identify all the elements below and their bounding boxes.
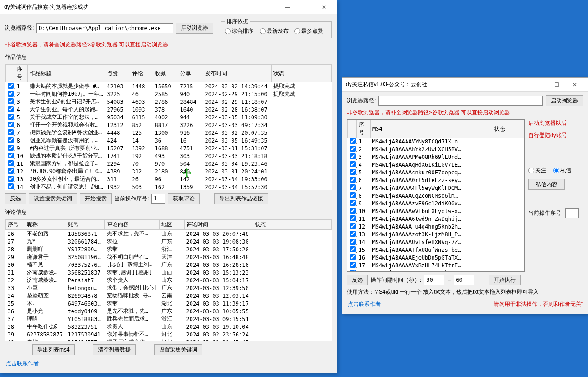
titlebar[interactable]: dy关键词作品搜索-浏览器连接成功 — ☐ ✕ <box>0 0 337 14</box>
row-checkbox[interactable] <box>350 208 356 214</box>
row-checkbox[interactable] <box>8 83 14 89</box>
row-checkbox[interactable] <box>350 161 356 167</box>
row-checkbox[interactable] <box>350 215 356 221</box>
start-search-button[interactable]: 开始搜索 <box>80 193 112 204</box>
row-checkbox[interactable] <box>350 254 356 260</box>
maximize-button[interactable]: ☐ <box>547 78 566 91</box>
minimize-button[interactable]: — <box>279 1 297 14</box>
browser-path-input[interactable] <box>36 23 173 33</box>
row-checkbox[interactable] <box>350 239 356 245</box>
sort-newest[interactable]: 最新发布 <box>260 28 289 34</box>
col-cstatus[interactable]: 状态 <box>253 220 332 230</box>
table-row[interactable]: 30楠不见70337527691[比心] 帮博主纠…广东2024-03-03 1… <box>6 261 332 269</box>
table-row[interactable]: 16MS4wLjABAAAAEjeUbDn5pGTaTX… <box>348 254 524 262</box>
table-row[interactable]: 7MS4wLjABAAAA4Fl5eyWqKlFDQM… <box>348 184 524 192</box>
ms4-table-wrapper[interactable]: 序号 MS4 状态 1MS4wLjABAAAAVYNy8ICQd71X-n…2M… <box>347 119 525 272</box>
col-rstatus[interactable]: 状态 <box>492 120 524 138</box>
export-links-button[interactable]: 导出列表作品链接 <box>214 193 268 204</box>
table-row[interactable]: 11紧跟国家方针，都是捡金子的…2294709705042024-03-04 1… <box>6 160 332 168</box>
table-row[interactable]: 7想赚钱先学会复制#餐饮创业…444812513009162024-03-02 … <box>6 129 332 137</box>
table-row[interactable]: 2一年时间如何挣100万。一年…32254625859402024-02-29 … <box>6 90 332 98</box>
launch-browser-button-r[interactable]: 启动浏览器 <box>546 95 583 106</box>
maximize-button[interactable]: ☐ <box>297 1 315 14</box>
table-row[interactable]: 34垫垫萌宠826934878宠物猫咪批发 寻…云南2024-03-03 12:… <box>6 292 332 300</box>
table-row[interactable]: 40赤屿385424777帽子厂家求合作河北2024-03-02 21:45:4… <box>6 338 332 341</box>
export-ms4-button[interactable]: 导出列表ms4 <box>32 344 75 355</box>
col-share[interactable]: 分享 <box>178 65 203 82</box>
table-row[interactable]: 29谦谦君子32508119675我不明白那些在…天津2024-03-03 16… <box>6 253 332 261</box>
table-row[interactable]: 11MS4wLjABAAAA6twd9n_ZwDqhij… <box>348 215 524 223</box>
col-pubtime[interactable]: 发布时间 <box>203 65 272 82</box>
table-row[interactable]: 28删删吖YS172809…求带浙江2024-03-03 17:50:20 <box>6 245 332 253</box>
table-row[interactable]: 37理喵Y1051888327胜兵先胜而后求…浙江2024-03-03 09:1… <box>6 315 332 323</box>
col-comment[interactable]: 评论 <box>130 65 153 82</box>
row-checkbox[interactable] <box>350 270 356 272</box>
table-row[interactable]: 3MS4wLjABAAAAPMeO8Rh69lLUnd… <box>348 153 524 161</box>
row-checkbox[interactable] <box>350 138 356 144</box>
table-row[interactable]: 32济南威龄发…Persist7求个贵人山东2024-03-03 15:04:1… <box>6 276 332 284</box>
row-checkbox[interactable] <box>350 223 356 229</box>
row-checkbox[interactable] <box>8 168 14 174</box>
col-title[interactable]: 作品标题 <box>28 65 105 82</box>
row-checkbox[interactable] <box>8 145 14 151</box>
row-checkbox[interactable] <box>8 122 14 127</box>
table-row[interactable]: 31济南威龄发…3568251837求带[感谢][感谢]山西2024-03-03… <box>6 269 332 276</box>
table-row[interactable]: 33小巨hetongxu…求带，会感恩[比心]广东2024-03-03 12:3… <box>6 284 332 292</box>
col-rseq[interactable]: 序号 <box>357 120 371 138</box>
table-row[interactable]: 6打开一个开关视频就会有收益…12312852881732262024-03-0… <box>6 121 332 129</box>
works-table-wrapper[interactable]: 序号 作品标题 点赞 评论 收藏 分享 发布时间 状态 1赚大钱的本质就是少做事… <box>5 64 332 190</box>
contact-author-link[interactable]: 点击联系作者 <box>5 358 332 369</box>
row-checkbox[interactable] <box>350 200 356 206</box>
table-row[interactable]: 14MS4wLjABAAAAUvTsfeHXNVg-7Z… <box>348 239 524 246</box>
row-checkbox[interactable] <box>350 262 356 268</box>
table-row[interactable]: 4大学生创业。每个人的起跑线…27965109337816402024-02-2… <box>6 106 332 113</box>
table-row[interactable]: 12MS4wLjABAAAA-u4q4hng5Knb2h… <box>348 223 524 231</box>
start-execute-button[interactable]: 开始执行 <box>489 275 521 285</box>
table-row[interactable]: 27光*32066178464求拉广东2024-03-03 19:08:30 <box>6 238 332 245</box>
row-checkbox[interactable] <box>8 160 14 166</box>
row-checkbox[interactable] <box>350 192 356 198</box>
current-op-input[interactable] <box>151 194 165 204</box>
row-checkbox[interactable] <box>8 106 14 112</box>
minimize-button[interactable]: — <box>529 78 547 91</box>
table-row[interactable]: 39623785828771217530941你如果事情都不…河北2024-03… <box>6 331 332 338</box>
table-row[interactable]: 3美术生创业#创业日记#开店日…5408346932786284842024-0… <box>6 98 332 106</box>
table-row[interactable]: 10缺钱的本质是什么#干货分享 …17411924933032024-03-03… <box>6 152 332 160</box>
radio-follow[interactable]: 关注 <box>528 167 546 174</box>
table-row[interactable]: 1MS4wLjABAAAAVYNy8ICQd71X-n… <box>348 138 524 146</box>
clear-list-button[interactable]: 清空列表数据 <box>93 344 136 355</box>
col-ms4[interactable]: MS4 <box>371 120 492 138</box>
row-checkbox[interactable] <box>350 231 356 237</box>
col-cseq[interactable]: 序号 <box>6 220 25 230</box>
col-ctime[interactable]: 评论时间 <box>185 220 253 230</box>
row-checkbox[interactable] <box>350 169 356 175</box>
table-row[interactable]: 5关于我成立工作室的想法，大…95034611540029442024-03-0… <box>6 113 332 121</box>
sort-most-likes[interactable]: 最多点赞 <box>294 28 323 34</box>
table-row[interactable]: 1270.80.90都套路出局了! 00后…438931221808402024… <box>6 168 332 175</box>
col-fav[interactable]: 收藏 <box>153 65 178 82</box>
table-row[interactable]: 26不老的路185836871先不求胜，先不…山东2024-03-03 20:0… <box>6 230 332 238</box>
table-row[interactable]: 9MS4wLjABAAAAzvE9Gc12diKO0x… <box>348 200 524 208</box>
table-row[interactable]: 5MS4wLjABAAAAcnkur00F7qopeq… <box>348 169 524 177</box>
sort-comprehensive[interactable]: 综合排序 <box>225 28 253 34</box>
table-row[interactable]: 18MS4wLjABAAAAzL_ngtp-e3hMm4… <box>348 270 524 272</box>
col-region[interactable]: 地区 <box>160 220 185 230</box>
browser-path-input-r[interactable] <box>378 96 543 106</box>
table-row[interactable]: 2MS4wLjABAAAAhYk2zUwLXGH5BV… <box>348 146 524 153</box>
col-account[interactable]: 账号 <box>66 220 105 230</box>
table-row[interactable]: 10MS4wLjABAAAAwVLbuLXEyglw-x… <box>348 208 524 215</box>
titlebar-right[interactable]: dy关注私信v1.03-公众号：云创社 — ☐ ✕ <box>342 78 588 92</box>
table-row[interactable]: 35木.64974660336求带湖北2024-03-03 11:39:17 <box>6 300 332 307</box>
get-comments-button[interactable]: 获取评论 <box>168 193 200 204</box>
table-row[interactable]: 13MS4wLjABAAAAzot3K-LjzM8H_P… <box>348 231 524 239</box>
row-checkbox[interactable] <box>8 137 14 143</box>
col-like[interactable]: 点赞 <box>105 65 130 82</box>
row-checkbox[interactable] <box>8 98 14 104</box>
table-row[interactable]: 38中午吃什么@583223751求贵人山东2024-03-03 19:10:0… <box>6 323 332 331</box>
row-checkbox[interactable] <box>8 129 14 135</box>
radio-dm[interactable]: 私信 <box>553 167 571 174</box>
row-checkbox[interactable] <box>8 176 14 182</box>
table-row[interactable]: 6MS4wLjABAAAA0rl5dTeLzz-sey… <box>348 177 524 184</box>
row-checkbox[interactable] <box>350 146 356 152</box>
row-checkbox[interactable] <box>350 177 356 183</box>
